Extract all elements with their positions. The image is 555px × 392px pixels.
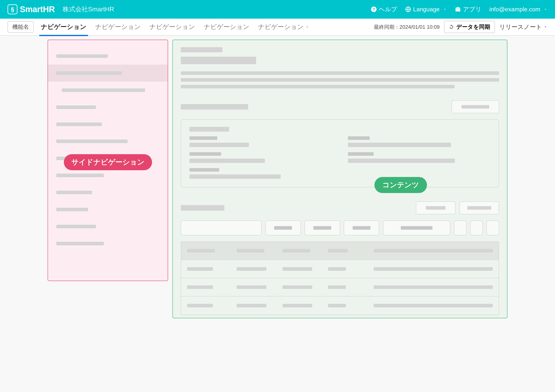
icon-button[interactable]	[486, 220, 499, 235]
primary-button[interactable]	[460, 201, 499, 214]
account-email: info@example.com	[489, 6, 540, 13]
side-navigation: サイドナビゲーション	[48, 40, 168, 281]
content-annotation: コンテンツ	[374, 177, 427, 193]
field	[348, 152, 490, 163]
help-icon: ?	[371, 6, 377, 12]
section-title-row	[181, 100, 499, 113]
sidenav-item[interactable]	[48, 48, 168, 65]
icon-button[interactable]	[470, 220, 483, 235]
nav-item-4[interactable]: ナビゲーション	[256, 18, 311, 36]
section-title-row	[181, 201, 499, 214]
sync-button[interactable]: データを同期	[444, 21, 495, 33]
sidenav-item[interactable]	[48, 116, 168, 133]
logo[interactable]: § SmartHR	[7, 4, 55, 14]
company-name: 株式会社SmartHR	[63, 5, 114, 14]
sidenav-subitem[interactable]	[48, 82, 168, 99]
feature-badge: 機能名	[7, 21, 34, 33]
sidenav-item[interactable]	[48, 133, 168, 150]
last-sync: 最終同期：2024/01/01 10:09	[374, 24, 440, 30]
nav-item-label: ナビゲーション	[95, 22, 141, 31]
filter-select[interactable]	[305, 220, 340, 235]
caret-down-icon	[543, 25, 548, 29]
sync-prefix: 最終同期：	[374, 24, 400, 30]
logo-text: SmartHR	[20, 5, 55, 14]
data-table	[181, 241, 499, 315]
release-notes-menu[interactable]: リリースノート	[499, 23, 548, 31]
nav-item-2[interactable]: ナビゲーション	[148, 18, 197, 36]
app-header: § SmartHR 株式会社SmartHR ? ヘルプ Language アプリ…	[0, 0, 555, 19]
field	[190, 168, 332, 179]
field	[190, 136, 332, 147]
filter-row	[181, 220, 499, 235]
action-button[interactable]	[452, 100, 499, 113]
nav-item-label: ナビゲーション	[204, 22, 249, 31]
svg-text:?: ?	[373, 7, 375, 12]
secondary-button[interactable]	[416, 201, 455, 214]
nav-item-label: ナビゲーション	[149, 22, 195, 31]
nav-item-3[interactable]: ナビゲーション	[202, 18, 251, 36]
table-row[interactable]	[181, 297, 499, 315]
sidenav-item[interactable]	[48, 65, 168, 82]
navbar-right: 最終同期：2024/01/01 10:09 データを同期 リリースノート	[374, 21, 548, 33]
sidenav-item[interactable]	[48, 235, 168, 252]
sidenav-item[interactable]	[48, 201, 168, 218]
refresh-icon	[449, 24, 454, 29]
nav-item-label: ナビゲーション	[41, 22, 87, 31]
briefcase-icon	[455, 6, 461, 13]
sync-button-label: データを同期	[456, 23, 490, 31]
content-header	[181, 47, 499, 88]
logo-icon: §	[7, 4, 17, 14]
apps-menu[interactable]: アプリ	[455, 5, 482, 14]
sync-time: 2024/01/01 10:09	[400, 24, 440, 30]
sidenav-item[interactable]	[48, 184, 168, 201]
filter-select[interactable]	[383, 220, 450, 235]
help-label: ヘルプ	[379, 5, 397, 14]
field	[190, 152, 332, 163]
header-right: ? ヘルプ Language アプリ info@example.com	[371, 5, 548, 14]
nav-item-1[interactable]: ナビゲーション	[94, 18, 142, 36]
chevron-down-icon	[443, 7, 447, 11]
help-link[interactable]: ? ヘルプ	[371, 5, 397, 14]
detail-card: コンテンツ	[181, 119, 499, 188]
field	[348, 136, 490, 147]
sidenav-annotation: サイドナビゲーション	[64, 154, 152, 170]
apps-label: アプリ	[463, 5, 482, 14]
table-row[interactable]	[181, 260, 499, 278]
account-menu[interactable]: info@example.com	[489, 6, 548, 13]
filter-select[interactable]	[344, 220, 379, 235]
chevron-down-icon	[543, 7, 548, 11]
sidenav-item[interactable]	[48, 218, 168, 235]
table-header	[181, 242, 499, 260]
search-input[interactable]	[181, 220, 262, 235]
globe-icon	[405, 6, 411, 12]
logo-glyph: §	[11, 6, 14, 13]
nav-item-label: ナビゲーション	[258, 22, 304, 31]
icon-button[interactable]	[454, 220, 467, 235]
language-label: Language	[413, 6, 439, 13]
content-area: コンテンツ	[172, 40, 507, 318]
main-area: サイドナビゲーション	[0, 36, 555, 326]
sidenav-item[interactable]	[48, 99, 168, 116]
table-row[interactable]	[181, 278, 499, 297]
filter-select[interactable]	[265, 220, 301, 235]
caret-down-icon	[305, 25, 309, 29]
language-menu[interactable]: Language	[405, 6, 446, 13]
main-nav: 機能名 ナビゲーション ナビゲーション ナビゲーション ナビゲーション ナビゲー…	[0, 19, 555, 36]
release-notes-label: リリースノート	[499, 23, 542, 31]
nav-item-0[interactable]: ナビゲーション	[39, 18, 88, 36]
